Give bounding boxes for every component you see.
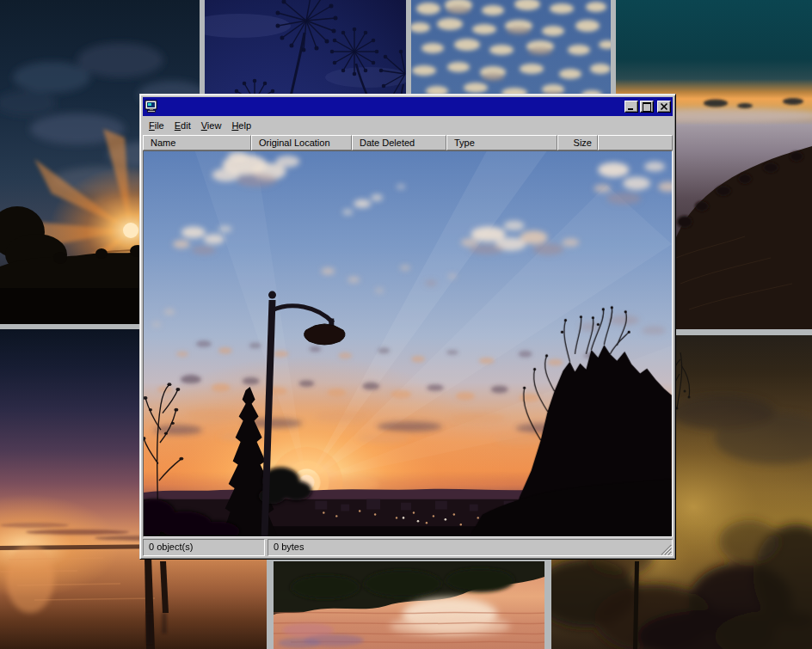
column-header-size[interactable]: Size bbox=[557, 135, 598, 150]
maximize-icon bbox=[643, 102, 651, 112]
column-headers: Name Original Location Date Deleted Type… bbox=[143, 135, 673, 150]
desktop: File Edit View Help Name Original Locati… bbox=[0, 0, 812, 649]
reflection-photo bbox=[274, 561, 544, 649]
column-header-date-deleted[interactable]: Date Deleted bbox=[352, 135, 446, 150]
status-byte-count: 0 bytes bbox=[268, 539, 673, 556]
street-lamp-sunset-photo bbox=[144, 151, 672, 536]
menu-item-help[interactable]: Help bbox=[226, 119, 256, 132]
column-header-original-location[interactable]: Original Location bbox=[251, 135, 352, 150]
column-header-name[interactable]: Name bbox=[143, 135, 251, 150]
status-bar: 0 object(s) 0 bytes bbox=[143, 537, 673, 556]
menu-bar: File Edit View Help bbox=[143, 116, 673, 135]
close-icon bbox=[658, 101, 670, 112]
wallpaper-tile-reflection bbox=[274, 561, 544, 649]
maximize-button[interactable] bbox=[640, 101, 654, 113]
menu-item-view[interactable]: View bbox=[196, 119, 227, 132]
close-button[interactable] bbox=[657, 101, 671, 113]
status-object-count: 0 object(s) bbox=[143, 539, 265, 556]
recycle-bin-window[interactable]: File Edit View Help Name Original Locati… bbox=[139, 94, 676, 560]
resize-grip-icon[interactable] bbox=[661, 544, 672, 555]
column-header-empty[interactable] bbox=[598, 135, 673, 150]
minimize-button[interactable] bbox=[624, 101, 638, 113]
file-list-view[interactable] bbox=[143, 150, 673, 537]
titlebar[interactable] bbox=[143, 97, 673, 116]
computer-icon bbox=[145, 100, 158, 113]
menu-item-edit[interactable]: Edit bbox=[169, 119, 196, 132]
minimize-icon bbox=[628, 108, 633, 110]
menu-item-file[interactable]: File bbox=[144, 119, 169, 132]
column-header-type[interactable]: Type bbox=[446, 135, 557, 150]
